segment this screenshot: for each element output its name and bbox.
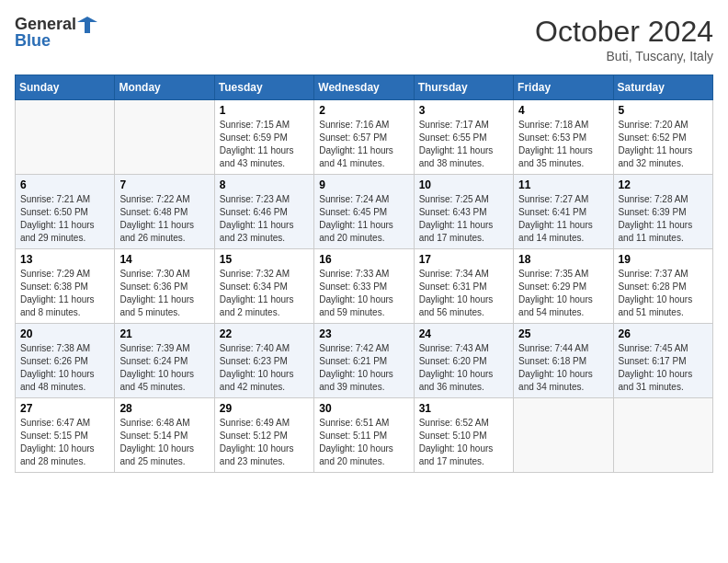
day-info: Sunrise: 7:35 AM Sunset: 6:29 PM Dayligh… xyxy=(518,268,608,319)
day-info: Sunrise: 6:51 AM Sunset: 5:11 PM Dayligh… xyxy=(319,417,408,468)
day-info: Sunrise: 6:49 AM Sunset: 5:12 PM Dayligh… xyxy=(220,417,309,468)
calendar-cell: 31Sunrise: 6:52 AM Sunset: 5:10 PM Dayli… xyxy=(414,398,513,473)
day-info: Sunrise: 7:33 AM Sunset: 6:33 PM Dayligh… xyxy=(319,268,408,319)
calendar-table: SundayMondayTuesdayWednesdayThursdayFrid… xyxy=(15,75,713,473)
calendar-cell: 14Sunrise: 7:30 AM Sunset: 6:36 PM Dayli… xyxy=(115,249,214,324)
calendar-cell: 5Sunrise: 7:20 AM Sunset: 6:52 PM Daylig… xyxy=(613,100,712,175)
calendar-cell xyxy=(16,100,115,175)
day-info: Sunrise: 7:20 AM Sunset: 6:52 PM Dayligh… xyxy=(619,119,708,170)
day-info: Sunrise: 7:44 AM Sunset: 6:18 PM Dayligh… xyxy=(518,342,608,394)
col-header-tuesday: Tuesday xyxy=(214,75,313,100)
day-number: 25 xyxy=(518,327,608,340)
calendar-cell: 18Sunrise: 7:35 AM Sunset: 6:29 PM Dayli… xyxy=(514,249,613,324)
svg-marker-0 xyxy=(77,17,97,33)
day-info: Sunrise: 7:21 AM Sunset: 6:50 PM Dayligh… xyxy=(20,193,109,245)
day-number: 31 xyxy=(419,402,508,415)
calendar-cell: 22Sunrise: 7:40 AM Sunset: 6:23 PM Dayli… xyxy=(214,324,313,398)
calendar-cell: 9Sunrise: 7:24 AM Sunset: 6:45 PM Daylig… xyxy=(314,175,414,249)
month-title: October 2024 xyxy=(535,15,713,49)
title-block: October 2024 Buti, Tuscany, Italy xyxy=(535,15,713,63)
calendar-cell xyxy=(613,398,712,473)
day-number: 1 xyxy=(220,104,309,117)
day-info: Sunrise: 6:48 AM Sunset: 5:14 PM Dayligh… xyxy=(119,417,209,468)
day-info: Sunrise: 7:17 AM Sunset: 6:55 PM Dayligh… xyxy=(419,119,508,170)
day-number: 13 xyxy=(20,253,109,266)
day-info: Sunrise: 7:34 AM Sunset: 6:31 PM Dayligh… xyxy=(419,268,508,319)
day-number: 18 xyxy=(518,253,608,266)
logo: General Blue xyxy=(15,15,98,51)
col-header-monday: Monday xyxy=(115,75,214,100)
day-number: 24 xyxy=(419,327,508,340)
calendar-cell: 26Sunrise: 7:45 AM Sunset: 6:17 PM Dayli… xyxy=(613,324,712,398)
day-info: Sunrise: 7:45 AM Sunset: 6:17 PM Dayligh… xyxy=(619,342,708,394)
calendar-cell: 12Sunrise: 7:28 AM Sunset: 6:39 PM Dayli… xyxy=(613,175,712,249)
day-info: Sunrise: 7:22 AM Sunset: 6:48 PM Dayligh… xyxy=(119,193,209,245)
day-info: Sunrise: 7:39 AM Sunset: 6:24 PM Dayligh… xyxy=(119,342,209,394)
calendar-cell: 23Sunrise: 7:42 AM Sunset: 6:21 PM Dayli… xyxy=(314,324,414,398)
day-number: 20 xyxy=(20,327,109,340)
day-number: 4 xyxy=(518,104,608,117)
day-info: Sunrise: 7:23 AM Sunset: 6:46 PM Dayligh… xyxy=(220,193,309,245)
day-number: 9 xyxy=(319,178,408,191)
week-row-1: 1Sunrise: 7:15 AM Sunset: 6:59 PM Daylig… xyxy=(16,100,713,175)
day-info: Sunrise: 7:43 AM Sunset: 6:20 PM Dayligh… xyxy=(419,342,508,394)
week-row-3: 13Sunrise: 7:29 AM Sunset: 6:38 PM Dayli… xyxy=(16,249,713,324)
day-info: Sunrise: 7:42 AM Sunset: 6:21 PM Dayligh… xyxy=(319,342,408,394)
day-info: Sunrise: 7:18 AM Sunset: 6:53 PM Dayligh… xyxy=(518,119,608,170)
calendar-cell xyxy=(514,398,613,473)
day-info: Sunrise: 7:16 AM Sunset: 6:57 PM Dayligh… xyxy=(319,119,408,170)
day-number: 2 xyxy=(319,104,408,117)
calendar-cell: 17Sunrise: 7:34 AM Sunset: 6:31 PM Dayli… xyxy=(414,249,513,324)
day-info: Sunrise: 7:38 AM Sunset: 6:26 PM Dayligh… xyxy=(20,342,109,394)
day-number: 27 xyxy=(20,402,109,415)
col-header-saturday: Saturday xyxy=(613,75,712,100)
calendar-cell: 24Sunrise: 7:43 AM Sunset: 6:20 PM Dayli… xyxy=(414,324,513,398)
calendar-cell: 25Sunrise: 7:44 AM Sunset: 6:18 PM Dayli… xyxy=(514,324,613,398)
day-info: Sunrise: 7:24 AM Sunset: 6:45 PM Dayligh… xyxy=(319,193,408,245)
calendar-cell: 2Sunrise: 7:16 AM Sunset: 6:57 PM Daylig… xyxy=(314,100,414,175)
calendar-cell: 15Sunrise: 7:32 AM Sunset: 6:34 PM Dayli… xyxy=(214,249,313,324)
day-info: Sunrise: 7:30 AM Sunset: 6:36 PM Dayligh… xyxy=(119,268,209,319)
calendar-cell: 27Sunrise: 6:47 AM Sunset: 5:15 PM Dayli… xyxy=(16,398,115,473)
day-info: Sunrise: 7:27 AM Sunset: 6:41 PM Dayligh… xyxy=(518,193,608,245)
calendar-cell: 30Sunrise: 6:51 AM Sunset: 5:11 PM Dayli… xyxy=(314,398,414,473)
calendar-cell: 13Sunrise: 7:29 AM Sunset: 6:38 PM Dayli… xyxy=(16,249,115,324)
calendar-cell: 21Sunrise: 7:39 AM Sunset: 6:24 PM Dayli… xyxy=(115,324,214,398)
day-number: 14 xyxy=(119,253,209,266)
day-number: 19 xyxy=(619,253,708,266)
calendar-cell: 8Sunrise: 7:23 AM Sunset: 6:46 PM Daylig… xyxy=(214,175,313,249)
day-info: Sunrise: 7:25 AM Sunset: 6:43 PM Dayligh… xyxy=(419,193,508,245)
page-header: General Blue October 2024 Buti, Tuscany,… xyxy=(15,15,713,63)
day-number: 5 xyxy=(619,104,708,117)
calendar-cell: 1Sunrise: 7:15 AM Sunset: 6:59 PM Daylig… xyxy=(214,100,313,175)
calendar-cell: 19Sunrise: 7:37 AM Sunset: 6:28 PM Dayli… xyxy=(613,249,712,324)
day-number: 22 xyxy=(220,327,309,340)
calendar-cell: 4Sunrise: 7:18 AM Sunset: 6:53 PM Daylig… xyxy=(514,100,613,175)
day-number: 10 xyxy=(419,178,508,191)
col-header-thursday: Thursday xyxy=(414,75,513,100)
calendar-cell xyxy=(115,100,214,175)
col-header-wednesday: Wednesday xyxy=(314,75,414,100)
calendar-cell: 6Sunrise: 7:21 AM Sunset: 6:50 PM Daylig… xyxy=(16,175,115,249)
location-subtitle: Buti, Tuscany, Italy xyxy=(535,49,713,63)
day-number: 7 xyxy=(119,178,209,191)
day-number: 21 xyxy=(119,327,209,340)
day-info: Sunrise: 7:15 AM Sunset: 6:59 PM Dayligh… xyxy=(220,119,309,170)
day-number: 3 xyxy=(419,104,508,117)
day-number: 6 xyxy=(20,178,109,191)
calendar-cell: 11Sunrise: 7:27 AM Sunset: 6:41 PM Dayli… xyxy=(514,175,613,249)
day-number: 16 xyxy=(319,253,408,266)
calendar-cell: 3Sunrise: 7:17 AM Sunset: 6:55 PM Daylig… xyxy=(414,100,513,175)
day-info: Sunrise: 7:40 AM Sunset: 6:23 PM Dayligh… xyxy=(220,342,309,394)
day-number: 8 xyxy=(220,178,309,191)
day-number: 11 xyxy=(518,178,608,191)
day-number: 29 xyxy=(220,402,309,415)
day-number: 15 xyxy=(220,253,309,266)
day-info: Sunrise: 7:37 AM Sunset: 6:28 PM Dayligh… xyxy=(619,268,708,319)
week-row-5: 27Sunrise: 6:47 AM Sunset: 5:15 PM Dayli… xyxy=(16,398,713,473)
day-number: 28 xyxy=(119,402,209,415)
logo-general: General xyxy=(15,15,76,33)
header-row: SundayMondayTuesdayWednesdayThursdayFrid… xyxy=(16,75,713,100)
calendar-cell: 7Sunrise: 7:22 AM Sunset: 6:48 PM Daylig… xyxy=(115,175,214,249)
day-info: Sunrise: 6:52 AM Sunset: 5:10 PM Dayligh… xyxy=(419,417,508,468)
